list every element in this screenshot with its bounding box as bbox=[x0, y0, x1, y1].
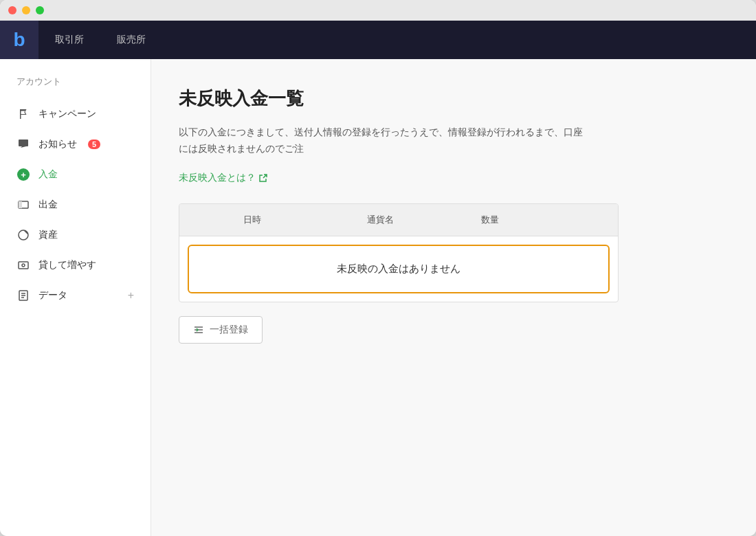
external-link-label: 未反映入金とは？ bbox=[179, 172, 256, 184]
deposit-icon: + bbox=[16, 168, 30, 181]
sidebar-item-news[interactable]: お知らせ 5 bbox=[0, 129, 151, 159]
svg-point-7 bbox=[22, 264, 25, 267]
nav-exchange[interactable]: 取引所 bbox=[38, 21, 100, 59]
app-window: b 取引所 販売所 アカウント キャンペーン お知らせ 5 bbox=[0, 0, 756, 536]
nav-sales[interactable]: 販売所 bbox=[100, 21, 162, 59]
sidebar-item-data[interactable]: データ + bbox=[0, 280, 151, 311]
navbar: b 取引所 販売所 bbox=[0, 21, 756, 59]
external-link-icon bbox=[258, 173, 268, 183]
svg-rect-6 bbox=[19, 262, 28, 269]
table-header: 日時 通貨名 数量 bbox=[179, 204, 618, 236]
svg-rect-0 bbox=[19, 139, 28, 146]
content-area: 未反映入金一覧 以下の入金につきまして、送付人情報の登録を行ったうえで、情報登録… bbox=[151, 59, 756, 536]
chat-icon bbox=[16, 137, 30, 151]
minimize-button[interactable] bbox=[22, 6, 30, 14]
titlebar bbox=[0, 0, 756, 21]
sidebar-section-title: アカウント bbox=[0, 76, 151, 99]
lend-label: 貸して増やす bbox=[38, 259, 96, 271]
svg-text:+: + bbox=[21, 170, 26, 180]
sidebar-item-deposit[interactable]: + 入金 bbox=[0, 159, 151, 190]
bulk-register-button[interactable]: 一括登録 bbox=[179, 316, 263, 344]
campaign-label: キャンペーン bbox=[38, 108, 96, 120]
withdraw-icon bbox=[16, 198, 30, 212]
assets-icon bbox=[16, 228, 30, 242]
flag-icon bbox=[16, 107, 30, 121]
bulk-register-icon bbox=[193, 324, 204, 335]
main-layout: アカウント キャンペーン お知らせ 5 + 入 bbox=[0, 59, 756, 536]
page-title: 未反映入金一覧 bbox=[179, 87, 729, 111]
logo[interactable]: b bbox=[0, 21, 38, 59]
description-text: 以下の入金につきまして、送付人情報の登録を行ったうえで、情報登録が行われるまで、… bbox=[179, 124, 591, 157]
maximize-button[interactable] bbox=[36, 6, 44, 14]
data-icon bbox=[16, 289, 30, 302]
header-amount: 数量 bbox=[435, 204, 545, 236]
sidebar: アカウント キャンペーン お知らせ 5 + 入 bbox=[0, 59, 151, 536]
sidebar-item-assets[interactable]: 資産 bbox=[0, 220, 151, 250]
svg-rect-4 bbox=[19, 201, 22, 208]
header-currency: 通貨名 bbox=[326, 204, 436, 236]
data-label: データ bbox=[38, 289, 67, 302]
sidebar-item-campaign[interactable]: キャンペーン bbox=[0, 99, 151, 129]
deposit-label: 入金 bbox=[38, 168, 58, 181]
withdraw-label: 出金 bbox=[38, 199, 58, 211]
header-datetime: 日時 bbox=[179, 204, 326, 236]
expand-icon: + bbox=[128, 289, 134, 302]
assets-label: 資産 bbox=[38, 229, 58, 241]
sidebar-item-withdraw[interactable]: 出金 bbox=[0, 190, 151, 220]
header-action bbox=[545, 204, 618, 236]
close-button[interactable] bbox=[8, 6, 16, 14]
lend-icon bbox=[16, 258, 30, 272]
empty-message: 未反映の入金はありません bbox=[188, 245, 610, 293]
bulk-register-label: 一括登録 bbox=[210, 324, 248, 336]
news-label: お知らせ bbox=[38, 138, 77, 150]
table-body: 未反映の入金はありません bbox=[179, 236, 618, 302]
sidebar-item-lend[interactable]: 貸して増やす bbox=[0, 250, 151, 280]
external-link[interactable]: 未反映入金とは？ bbox=[179, 172, 268, 184]
data-table: 日時 通貨名 数量 未反映の入金はありません bbox=[179, 203, 619, 302]
news-badge: 5 bbox=[88, 139, 100, 149]
